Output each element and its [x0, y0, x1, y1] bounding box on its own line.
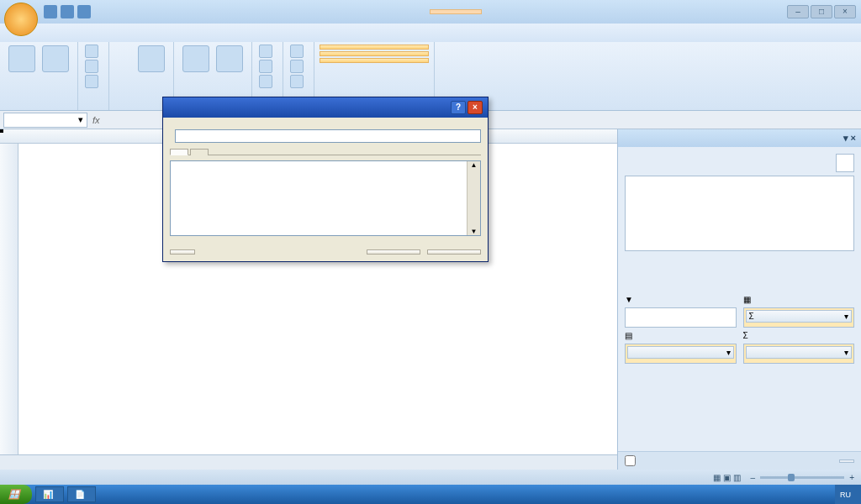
columns-area[interactable]: Σ ▾ — [743, 307, 855, 328]
system-tray[interactable]: RU — [835, 485, 861, 504]
fx-icon[interactable]: fx — [92, 115, 100, 125]
scroll-up-icon[interactable]: ▲ — [471, 161, 478, 169]
group-selection-button[interactable] — [83, 44, 103, 59]
operation-list[interactable]: ▲▼ — [170, 160, 481, 236]
defer-layout-checkbox[interactable] — [625, 455, 639, 466]
save-icon[interactable] — [44, 5, 57, 18]
plusminus-button[interactable] — [320, 51, 429, 56]
language-icon[interactable]: RU — [840, 491, 851, 499]
sheet-tabs — [0, 454, 617, 470]
contextual-tab-title — [430, 9, 482, 14]
pivot-field-list-pane: ▾ × ▼ ▦ Σ ▾ ▤ Σ ▾ ▾ — [617, 129, 861, 470]
start-button[interactable]: 🪟 — [0, 485, 32, 504]
ungroup-button[interactable] — [83, 59, 103, 74]
clear-button[interactable] — [257, 44, 277, 59]
minimize-button[interactable]: – — [787, 5, 809, 18]
pivot-chart-button[interactable] — [288, 44, 309, 59]
operation-tab[interactable] — [170, 149, 188, 155]
number-format-button[interactable] — [170, 249, 195, 255]
cancel-button[interactable] — [427, 249, 481, 255]
ribbon-tabs — [0, 24, 861, 42]
close-pane-icon[interactable]: × — [851, 133, 856, 143]
update-button[interactable] — [839, 459, 854, 463]
field-headers-button[interactable] — [320, 58, 429, 63]
formulas-button[interactable] — [288, 59, 309, 74]
scroll-down-icon[interactable]: ▼ — [471, 228, 478, 235]
redo-icon[interactable] — [77, 5, 91, 18]
restore-button[interactable]: □ — [811, 5, 832, 18]
close-dialog-icon[interactable]: × — [467, 101, 483, 114]
close-button[interactable]: × — [834, 5, 856, 18]
rows-area-label: ▤ — [625, 331, 737, 340]
group-field-button[interactable] — [83, 74, 103, 89]
columns-area-label: ▦ — [743, 295, 855, 304]
name-box[interactable]: ▾ — [3, 113, 87, 128]
pivot-table-button[interactable] — [5, 44, 39, 108]
field-list-button[interactable] — [320, 45, 429, 50]
taskbar-app-excel[interactable]: 📊 — [35, 486, 64, 502]
value-field-settings-dialog: ?× ▲▼ — [162, 97, 489, 262]
active-field-button[interactable] — [39, 44, 72, 108]
title-bar: – □ × — [0, 0, 861, 24]
rows-area[interactable]: ▾ — [625, 344, 737, 364]
field-list[interactable] — [625, 176, 854, 251]
custom-name-input[interactable] — [175, 129, 481, 143]
undo-icon[interactable] — [61, 5, 74, 18]
additional-calc-tab[interactable] — [190, 149, 209, 155]
layout-icon[interactable] — [836, 154, 854, 172]
ok-button[interactable] — [367, 249, 420, 255]
select-button[interactable] — [257, 59, 277, 74]
filter-area[interactable] — [625, 307, 737, 328]
zoom-control[interactable]: ▦ ▣ ▥ –+ — [713, 473, 854, 482]
filter-area-label: ▼ — [625, 295, 737, 304]
taskbar: 🪟 📊 📄 RU — [0, 485, 861, 504]
sort-button[interactable] — [135, 44, 168, 76]
sort-asc-icon[interactable] — [116, 45, 133, 62]
status-bar: ▦ ▣ ▥ –+ — [0, 470, 861, 485]
move-button[interactable] — [257, 74, 277, 89]
help-icon[interactable]: ? — [451, 101, 466, 114]
values-area[interactable]: ▾ — [743, 344, 855, 364]
chevron-down-icon[interactable]: ▾ — [78, 114, 83, 125]
olap-button[interactable] — [288, 74, 309, 89]
sort-desc-icon[interactable] — [116, 64, 133, 81]
taskbar-app-word[interactable]: 📄 — [67, 486, 96, 502]
values-area-label: Σ — [743, 331, 855, 340]
office-button[interactable] — [4, 3, 38, 36]
quick-access-toolbar — [44, 5, 91, 18]
dropdown-icon[interactable]: ▾ — [843, 133, 848, 143]
